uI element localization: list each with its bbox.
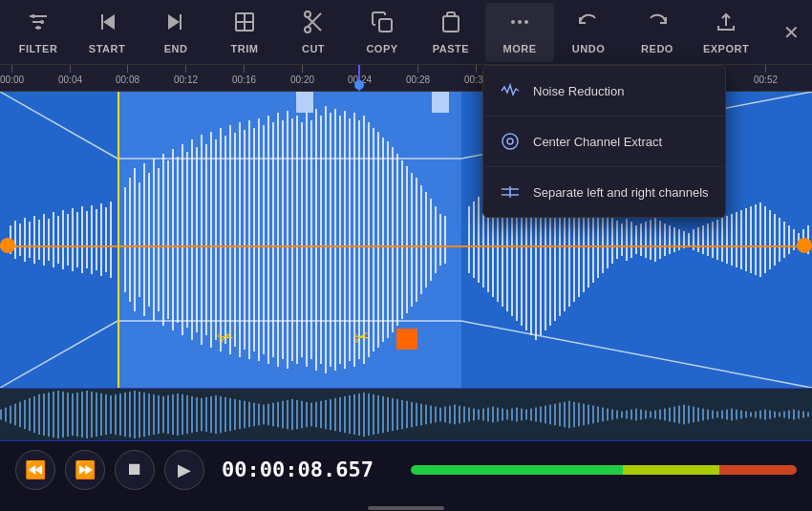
svg-rect-155 bbox=[635, 225, 637, 254]
undo-icon bbox=[577, 11, 600, 39]
center-channel-item[interactable]: Center Channel Extract bbox=[483, 117, 725, 167]
svg-rect-118 bbox=[439, 214, 441, 266]
svg-rect-315 bbox=[588, 405, 589, 425]
playhead-dot bbox=[354, 80, 364, 90]
ruler-tick-1: 00:04 bbox=[58, 65, 82, 85]
copy-button[interactable]: COPY bbox=[348, 3, 417, 62]
svg-rect-151 bbox=[616, 221, 618, 259]
bottom-handle[interactable] bbox=[0, 498, 812, 511]
svg-rect-257 bbox=[310, 403, 312, 427]
svg-rect-205 bbox=[62, 392, 64, 437]
svg-rect-149 bbox=[607, 211, 609, 268]
svg-rect-50 bbox=[105, 207, 107, 272]
fastforward-icon: ⏩ bbox=[75, 459, 96, 480]
svg-rect-65 bbox=[186, 152, 188, 328]
noise-reduction-icon bbox=[499, 79, 522, 102]
svg-rect-18 bbox=[443, 16, 459, 32]
svg-rect-272 bbox=[382, 396, 384, 433]
svg-rect-263 bbox=[339, 397, 341, 432]
svg-point-20 bbox=[518, 20, 522, 24]
ruler-tick-0: 00:00 bbox=[0, 65, 24, 85]
svg-rect-162 bbox=[669, 225, 671, 254]
svg-rect-45 bbox=[81, 206, 83, 273]
svg-rect-317 bbox=[597, 407, 599, 423]
svg-rect-42 bbox=[67, 214, 69, 266]
svg-rect-254 bbox=[296, 400, 298, 429]
play-button[interactable]: ▶ bbox=[164, 450, 204, 490]
svg-rect-247 bbox=[263, 405, 265, 425]
separate-channels-icon bbox=[499, 181, 522, 203]
paste-button[interactable]: PASTE bbox=[417, 3, 485, 62]
ruler-tick-5: 00:20 bbox=[290, 65, 314, 85]
svg-rect-243 bbox=[244, 401, 246, 428]
svg-marker-9 bbox=[168, 14, 180, 30]
svg-rect-75 bbox=[234, 133, 236, 347]
svg-rect-216 bbox=[115, 394, 117, 435]
svg-rect-175 bbox=[731, 214, 733, 266]
svg-rect-278 bbox=[411, 402, 413, 428]
svg-rect-80 bbox=[258, 118, 260, 361]
svg-rect-169 bbox=[702, 225, 704, 254]
more-button[interactable]: MORE bbox=[485, 3, 554, 62]
close-button[interactable]: ✕ bbox=[774, 15, 808, 50]
svg-rect-226 bbox=[162, 396, 164, 433]
svg-rect-222 bbox=[143, 393, 145, 436]
copy-label: COPY bbox=[366, 43, 397, 54]
svg-rect-342 bbox=[716, 412, 718, 418]
svg-rect-323 bbox=[626, 411, 628, 419]
svg-rect-260 bbox=[325, 400, 327, 429]
svg-rect-81 bbox=[263, 125, 265, 354]
svg-rect-103 bbox=[368, 122, 370, 357]
svg-rect-227 bbox=[167, 395, 169, 434]
svg-rect-233 bbox=[196, 397, 198, 432]
cut-button[interactable]: CUT bbox=[279, 3, 348, 62]
svg-rect-326 bbox=[640, 410, 642, 420]
svg-rect-345 bbox=[731, 409, 733, 421]
svg-rect-236 bbox=[210, 396, 212, 433]
separate-channels-item[interactable]: Separate left and right channels bbox=[483, 167, 725, 217]
svg-rect-88 bbox=[296, 116, 298, 364]
trim-label: TRIM bbox=[231, 43, 259, 54]
svg-rect-277 bbox=[406, 401, 408, 428]
fastforward-button[interactable]: ⏩ bbox=[65, 450, 105, 490]
svg-rect-258 bbox=[315, 402, 317, 428]
stop-button[interactable]: ⏹ bbox=[115, 450, 155, 490]
svg-rect-46 bbox=[86, 211, 88, 268]
svg-rect-70 bbox=[210, 132, 212, 348]
cut-icon bbox=[302, 11, 325, 39]
svg-rect-275 bbox=[396, 399, 398, 430]
mini-waveform[interactable] bbox=[0, 388, 812, 440]
svg-rect-306 bbox=[545, 406, 546, 424]
svg-rect-245 bbox=[253, 403, 255, 427]
undo-button[interactable]: UNDO bbox=[554, 3, 623, 62]
svg-rect-37 bbox=[43, 214, 45, 266]
export-button[interactable]: EXPORT bbox=[692, 3, 760, 62]
svg-rect-173 bbox=[721, 218, 723, 262]
svg-rect-99 bbox=[349, 118, 351, 361]
svg-rect-290 bbox=[468, 408, 470, 422]
svg-rect-74 bbox=[229, 125, 231, 354]
svg-rect-94 bbox=[325, 106, 327, 373]
cut-label: CUT bbox=[302, 43, 325, 54]
svg-rect-301 bbox=[521, 409, 523, 421]
svg-rect-97 bbox=[339, 116, 341, 364]
svg-rect-112 bbox=[411, 173, 413, 307]
trim-button[interactable]: TRIM bbox=[210, 3, 279, 62]
rewind-button[interactable]: ⏪ bbox=[15, 450, 55, 490]
noise-reduction-item[interactable]: Noise Reduction bbox=[483, 66, 725, 117]
svg-rect-96 bbox=[334, 109, 336, 371]
close-icon: ✕ bbox=[783, 21, 800, 44]
start-button[interactable]: START bbox=[73, 3, 141, 62]
svg-point-19 bbox=[511, 20, 515, 24]
svg-rect-198 bbox=[29, 398, 31, 431]
filter-button[interactable]: FILTER bbox=[4, 3, 73, 62]
svg-rect-244 bbox=[248, 402, 250, 428]
svg-rect-69 bbox=[205, 144, 207, 335]
svg-rect-202 bbox=[48, 393, 50, 436]
svg-rect-318 bbox=[602, 408, 604, 422]
svg-rect-312 bbox=[573, 402, 575, 428]
redo-button[interactable]: REDO bbox=[623, 3, 692, 62]
svg-rect-213 bbox=[100, 394, 102, 436]
progress-bar[interactable] bbox=[411, 465, 797, 475]
end-button[interactable]: END bbox=[141, 3, 210, 62]
